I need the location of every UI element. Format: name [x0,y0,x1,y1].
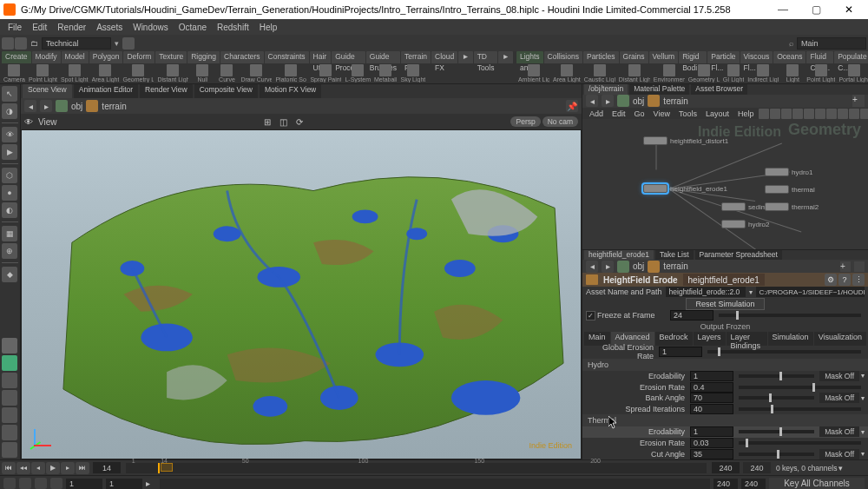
shelf-tool[interactable]: Point Light [27,64,59,83]
close-button[interactable]: ✕ [833,1,865,18]
pin-icon[interactable] [854,261,865,272]
shelf-tool[interactable]: Camera [2,64,27,83]
shelf-tab[interactable]: Rigid Bodi... [679,51,707,63]
disp-opt1[interactable] [2,373,17,388]
shelf-tab[interactable]: Terrain FX [401,51,431,63]
shelf-tool[interactable]: GI Light [721,64,746,83]
menu-redshift[interactable]: Redshift [213,22,253,33]
shelf-tab[interactable]: Particle Fl... [707,51,739,63]
value-field[interactable]: 0.03 [690,438,733,448]
play-first[interactable]: ⏮ [2,462,16,474]
parmtab-take[interactable]: Take List [655,250,694,260]
pin-icon[interactable]: 📌 [566,100,578,112]
shelf-tool[interactable]: Geometry Light [687,64,721,83]
menu-render[interactable]: Render [53,22,90,33]
shelf-tool[interactable]: Sky Light [398,64,427,83]
shelf-tool[interactable]: Distant Light [155,64,190,83]
maximize-button[interactable]: ▢ [800,1,832,18]
tool-select[interactable]: ↖ [2,86,17,102]
value-field[interactable]: 1 [690,426,733,437]
slider[interactable] [739,374,814,378]
mask-toggle[interactable]: Mask Off [819,426,859,437]
disp-mat[interactable] [2,338,17,354]
tab-scene-view[interactable]: Scene View [23,84,72,98]
net-menu-add[interactable]: Add [586,109,607,118]
nav-fwd[interactable]: ▸ [40,100,52,112]
3d-viewport[interactable]: Indie Edition [21,129,582,459]
slider[interactable] [739,453,814,456]
play-step-fwd[interactable]: ▸ [61,462,75,474]
view-layout-icon[interactable]: ⊞ [264,117,271,127]
tool-snap2[interactable]: ● [2,185,17,201]
shelf-tab[interactable]: Particles [583,51,619,63]
shelf-tab[interactable]: Vellum [649,51,679,63]
timeline-track[interactable]: 14 1 50 100 150 200 [126,463,707,473]
nettab-material[interactable]: Material Palette [629,84,689,95]
shelf-tab[interactable]: Texture [155,51,187,63]
shelf-tab[interactable]: Grains [620,51,648,63]
shelf-tab[interactable]: Rigging [187,51,220,63]
shelf-tool[interactable]: Curve [214,64,239,83]
parmtab-node[interactable]: heightfield_erode1 [584,250,654,260]
shelf-tool[interactable]: Platonic Solids [273,64,308,83]
net-icon[interactable] [770,109,780,119]
shelf-tab[interactable]: Collisions [544,51,582,63]
net-menu-help[interactable]: Help [734,109,758,118]
shelf-tool[interactable]: Draw Curve [239,64,273,83]
freeze-checkbox[interactable]: ✓ [586,311,595,320]
end-range[interactable]: 240 [713,479,738,489]
disp-opt3[interactable] [2,407,17,423]
tab-anim[interactable]: Animation Editor [74,84,138,98]
tool-handles[interactable]: ◑ [2,103,17,119]
shelf-tab[interactable]: Populate C... [834,51,868,63]
shelf-tool[interactable]: Area Light [551,64,582,83]
disp-opt2[interactable] [2,390,17,406]
realtime-toggle[interactable] [3,478,16,489]
menu-octane[interactable]: Octane [174,22,211,33]
db-icon[interactable] [2,37,14,50]
tool-snap3[interactable]: ◐ [2,202,17,218]
menu-help[interactable]: Help [255,22,282,33]
slider[interactable] [739,386,861,389]
loc-terrain[interactable]: terrain [102,102,126,111]
tool-render[interactable]: ▶ [2,144,17,160]
nav-back[interactable]: ◂ [586,261,598,273]
nav-fwd[interactable]: ▸ [602,95,614,107]
shelf-tab[interactable]: Model [62,51,89,63]
parmtab-spread[interactable]: Parameter Spreadsheet [695,250,782,260]
net-path[interactable]: obj [633,96,644,106]
shelf-tool[interactable]: Area Light [90,64,122,83]
tab-motionfx[interactable]: Motion FX View [260,84,321,98]
net-icon[interactable] [815,109,825,119]
shelf-more[interactable]: ► [458,51,472,63]
nav-back[interactable]: ◂ [586,95,598,107]
shelf-tab[interactable]: Oceans [773,51,806,63]
net-icon[interactable] [792,109,803,119]
gear-icon[interactable]: ⚙ [825,274,837,286]
net-icon[interactable] [849,109,859,119]
node-g[interactable]: hydro2 [721,220,769,228]
value-field[interactable]: 35 [690,449,733,459]
mask-toggle[interactable]: Mask Off [819,393,859,403]
net-find-icon[interactable] [759,109,769,119]
tool-view[interactable]: 👁 [2,127,17,142]
tool-snap[interactable]: ⬡ [2,168,17,183]
arrow-right[interactable]: ▸ [146,479,156,488]
menu-edit[interactable]: Edit [28,22,51,33]
disp-opt5[interactable] [2,442,17,458]
shelf-tab[interactable]: Lights an... [516,51,543,63]
network-view[interactable]: Indie Edition Geometry heightfield_disto… [582,119,868,249]
value-field[interactable]: 1 [659,347,702,357]
shelf-tab[interactable]: Hair Utils [310,51,332,63]
filter-icon[interactable]: ⋮ [852,274,865,286]
shelf-tool[interactable]: Distant Light [617,64,652,83]
parm-path[interactable]: obj [633,261,644,271]
shelf-tool[interactable]: Ambient Light [516,64,551,83]
shelf-tab[interactable]: Guide Brushes [366,51,400,63]
freeze-slider[interactable] [719,314,861,317]
current-frame[interactable]: 14 [93,462,121,473]
net-menu-edit[interactable]: Edit [608,109,629,118]
key-all-button[interactable]: Key All Channels [769,478,865,489]
view-icon[interactable]: ◫ [279,117,287,127]
right-end[interactable]: 240 [741,479,766,489]
